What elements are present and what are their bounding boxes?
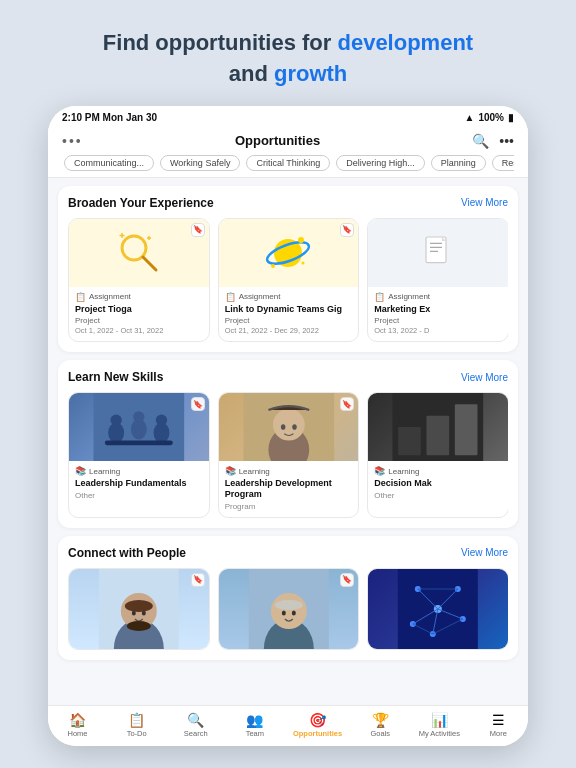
- people-card-1[interactable]: 🔖: [218, 568, 360, 650]
- heading-line2: and: [229, 61, 274, 86]
- svg-rect-31: [398, 427, 421, 455]
- nav-home-label: Home: [68, 729, 88, 738]
- pill-5[interactable]: Resolving Con: [492, 155, 514, 171]
- svg-point-23: [156, 415, 167, 426]
- learn-title: Learn New Skills: [68, 370, 163, 384]
- pill-2[interactable]: Critical Thinking: [246, 155, 330, 171]
- page-header: Find opportunities for development and g…: [83, 0, 493, 106]
- nav-team[interactable]: 👥 Team: [234, 712, 276, 738]
- skill-bookmark-0[interactable]: 🔖: [191, 397, 205, 411]
- people-card-2[interactable]: [367, 568, 508, 650]
- exp-card-img-0: 🔖: [69, 219, 209, 287]
- people-section: Connect with People View More: [58, 536, 518, 660]
- nav-search[interactable]: 🔍 Search: [175, 712, 217, 738]
- nav-home[interactable]: 🏠 Home: [57, 712, 99, 738]
- exp-card-0[interactable]: 🔖 📋 Assignment Project Tioga Project Oct…: [68, 218, 210, 343]
- skill-card-type-0: 📚 Learning: [75, 466, 203, 476]
- more-icon[interactable]: •••: [499, 133, 514, 149]
- people-bookmark-0[interactable]: 🔖: [191, 573, 205, 587]
- people-header: Connect with People View More: [68, 546, 508, 560]
- skill-card-type-2: 📚 Learning: [374, 466, 502, 476]
- skill-card-img-0: 🔖: [69, 393, 209, 461]
- nav-more[interactable]: ☰ More: [477, 712, 519, 738]
- learning-icon-0: 📚: [75, 466, 86, 476]
- opportunities-icon: 🎯: [309, 712, 326, 728]
- man2-image: [219, 569, 359, 649]
- svg-point-19: [110, 415, 121, 426]
- broaden-section: Broaden Your Experience View More: [58, 186, 518, 353]
- exp-card-sub-0: Project: [75, 316, 203, 325]
- broaden-view-more[interactable]: View More: [461, 197, 508, 208]
- meeting-svg: [69, 393, 209, 461]
- bottom-nav: 🏠 Home 📋 To-Do 🔍 Search 👥 Team 🎯 Opportu…: [48, 705, 528, 746]
- status-icons: ▲ 100% ▮: [465, 112, 514, 123]
- assignment-icon-1: 📋: [225, 292, 236, 302]
- exp-card-img-2: [368, 219, 508, 287]
- skill-card-2[interactable]: 📚 Learning Decision Mak Other: [367, 392, 508, 518]
- bookmark-0[interactable]: 🔖: [191, 223, 205, 237]
- skill-card-body-2: 📚 Learning Decision Mak Other: [368, 461, 508, 506]
- broaden-cards: 🔖 📋 Assignment Project Tioga Project Oct…: [68, 218, 508, 343]
- svg-point-46: [274, 600, 302, 610]
- team-icon: 👥: [246, 712, 263, 728]
- nav-todo[interactable]: 📋 To-Do: [116, 712, 158, 738]
- doc-icon: [418, 233, 458, 273]
- learn-view-more[interactable]: View More: [461, 372, 508, 383]
- man1-svg: [69, 569, 209, 649]
- skill-card-sub-1: Program: [225, 502, 353, 511]
- nav-goals-label: Goals: [370, 729, 390, 738]
- exp-card-2[interactable]: 📋 Assignment Marketing Ex Project Oct 13…: [367, 218, 508, 343]
- svg-point-21: [133, 412, 144, 423]
- exp-card-type-1: 📋 Assignment: [225, 292, 353, 302]
- people-card-0[interactable]: 🔖: [68, 568, 210, 650]
- woman-svg: [219, 393, 359, 461]
- learning-icon-2: 📚: [374, 466, 385, 476]
- people-cards: 🔖: [68, 568, 508, 650]
- bookmark-1[interactable]: 🔖: [340, 223, 354, 237]
- network-image: [368, 569, 508, 649]
- skill-card-1[interactable]: 🔖 📚 Learning Leadership Development Prog…: [218, 392, 360, 518]
- magnifier-icon: [114, 228, 164, 278]
- exp-card-type-0: 📋 Assignment: [75, 292, 203, 302]
- meeting-image: [69, 393, 209, 461]
- main-content: Broaden Your Experience View More: [48, 178, 528, 705]
- todo-icon: 📋: [128, 712, 145, 728]
- nav-goals[interactable]: 🏆 Goals: [359, 712, 401, 738]
- nav-activities[interactable]: 📊 My Activities: [418, 712, 460, 738]
- search-nav-icon: 🔍: [187, 712, 204, 728]
- exp-card-type-2: 📋 Assignment: [374, 292, 502, 302]
- people-bookmark-1[interactable]: 🔖: [340, 573, 354, 587]
- skill-card-sub-2: Other: [374, 491, 502, 500]
- nav-actions: 🔍 •••: [472, 133, 514, 149]
- people-view-more[interactable]: View More: [461, 547, 508, 558]
- pill-3[interactable]: Delivering High...: [336, 155, 425, 171]
- woman-image: [219, 393, 359, 461]
- wifi-icon: ▲: [465, 112, 475, 123]
- home-icon: 🏠: [69, 712, 86, 728]
- svg-point-40: [127, 621, 151, 631]
- skill-card-sub-0: Other: [75, 491, 203, 500]
- svg-point-11: [302, 261, 305, 264]
- pill-0[interactable]: Communicating...: [64, 155, 154, 171]
- svg-point-39: [125, 600, 153, 612]
- learn-section: Learn New Skills View More: [58, 360, 518, 528]
- skill-card-body-1: 📚 Learning Leadership Development Progra…: [219, 461, 359, 517]
- exp-card-1[interactable]: 🔖 📋 Assignment Link to Dynamic Teams Gig…: [218, 218, 360, 343]
- pill-4[interactable]: Planning: [431, 155, 486, 171]
- exp-card-sub-1: Project: [225, 316, 353, 325]
- skill-bookmark-1[interactable]: 🔖: [340, 397, 354, 411]
- pill-1[interactable]: Working Safely: [160, 155, 240, 171]
- search-icon[interactable]: 🔍: [472, 133, 489, 149]
- assignment-icon-0: 📋: [75, 292, 86, 302]
- battery-level: 100%: [478, 112, 504, 123]
- device-frame: 2:10 PM Mon Jan 30 ▲ 100% ▮ ••• Opportun…: [48, 106, 528, 746]
- exp-card-body-0: 📋 Assignment Project Tioga Project Oct 1…: [69, 287, 209, 342]
- nav-more-label: More: [490, 729, 507, 738]
- skill-card-img-1: 🔖: [219, 393, 359, 461]
- man1-image: [69, 569, 209, 649]
- nav-opportunities[interactable]: 🎯 Opportunities: [293, 712, 342, 738]
- exp-card-sub-2: Project: [374, 316, 502, 325]
- nav-title-row: ••• Opportunities 🔍 •••: [62, 133, 514, 149]
- skill-card-0[interactable]: 🔖 📚 Learning Leadership Fundamentals Oth…: [68, 392, 210, 518]
- heading-line1: Find opportunities for: [103, 30, 338, 55]
